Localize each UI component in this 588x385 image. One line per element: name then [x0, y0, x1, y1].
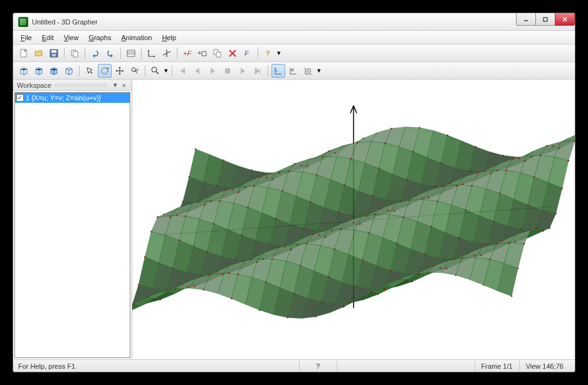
toolbar2-overflow[interactable]: ▾: [317, 66, 322, 75]
svg-point-429: [337, 211, 339, 213]
snap2-button[interactable]: [286, 64, 300, 78]
dupfn-button[interactable]: [211, 46, 224, 60]
minimize-button[interactable]: [516, 13, 536, 26]
zoom-button[interactable]: [149, 64, 162, 78]
first-button[interactable]: [176, 64, 189, 78]
svg-point-485: [200, 274, 201, 275]
last-button[interactable]: [251, 64, 265, 78]
open-button[interactable]: [32, 46, 46, 60]
addbox-button[interactable]: +: [196, 46, 209, 60]
svg-point-430: [365, 216, 367, 217]
svg-point-376: [559, 147, 560, 149]
zoomaxis-button[interactable]: [128, 64, 142, 78]
menu-file[interactable]: File: [16, 33, 37, 43]
cube1-button[interactable]: [17, 64, 31, 78]
workspace-grip[interactable]: [55, 83, 107, 87]
stop-button[interactable]: [221, 64, 234, 78]
titlebar: Untitled - 3D Grapher: [13, 13, 575, 31]
zoom-dropdown[interactable]: ▾: [164, 66, 169, 75]
pointer-button[interactable]: [83, 64, 97, 78]
axes2-button[interactable]: [160, 46, 174, 60]
svg-point-435: [505, 169, 507, 171]
save-button[interactable]: [47, 46, 61, 60]
addfn-button[interactable]: +F: [181, 46, 194, 60]
svg-rect-4: [51, 50, 56, 53]
snap1-button[interactable]: [271, 64, 285, 78]
svg-point-19: [102, 68, 108, 74]
svg-point-539: [433, 265, 434, 266]
menu-help[interactable]: Help: [157, 33, 181, 43]
workspace-item-checkbox[interactable]: ✓: [16, 94, 24, 102]
svg-rect-24: [307, 69, 310, 72]
svg-point-395: [238, 191, 239, 192]
svg-point-508: [418, 273, 419, 275]
svg-point-468: [150, 231, 152, 232]
svg-point-477: [402, 216, 404, 218]
undo-button[interactable]: [88, 46, 102, 60]
close-button[interactable]: [555, 13, 575, 26]
svg-point-484: [172, 268, 174, 269]
menu-graphs[interactable]: Graphs: [83, 33, 116, 43]
play-button[interactable]: [206, 64, 219, 78]
statusbar: For Help, press F1 ? Frame 1/1 View 146;…: [13, 359, 575, 372]
menu-view[interactable]: View: [59, 33, 84, 43]
svg-point-497: [536, 228, 537, 229]
snap3-button[interactable]: [302, 64, 315, 78]
svg-rect-5: [52, 54, 56, 56]
svg-point-433: [449, 182, 451, 184]
svg-point-488: [284, 246, 285, 248]
svg-rect-1: [543, 18, 547, 21]
toolbar1-overflow[interactable]: ▾: [276, 49, 281, 57]
graph-canvas[interactable]: [132, 80, 575, 359]
svg-point-446: [387, 209, 389, 211]
svg-point-550: [315, 316, 316, 317]
maximize-button[interactable]: [535, 13, 555, 26]
helptb-button[interactable]: ?: [261, 46, 275, 60]
svg-rect-13: [202, 51, 206, 56]
svg-point-554: [427, 272, 428, 273]
svg-point-447: [415, 195, 416, 196]
svg-point-512: [530, 229, 531, 231]
svg-point-549: [287, 317, 288, 318]
cube2-button[interactable]: [32, 64, 46, 78]
svg-point-406: [546, 145, 547, 146]
svg-point-541: [489, 258, 490, 260]
svg-point-386: [412, 151, 414, 152]
svg-point-399: [350, 158, 351, 159]
svg-point-414: [344, 184, 345, 186]
props-button[interactable]: [124, 46, 138, 60]
cube3-button[interactable]: [47, 64, 61, 78]
workspace-close-button[interactable]: ×: [120, 82, 128, 89]
svg-point-454: [185, 216, 186, 217]
svg-point-456: [241, 235, 242, 236]
menu-animation[interactable]: Animation: [116, 33, 157, 43]
prev-button[interactable]: [191, 64, 204, 78]
svg-point-471: [234, 259, 236, 260]
svg-point-455: [213, 223, 214, 224]
delfn-button[interactable]: [226, 46, 239, 60]
svg-point-432: [421, 198, 423, 199]
svg-rect-15: [216, 52, 221, 57]
copy-button[interactable]: [68, 46, 81, 60]
svg-point-470: [206, 251, 207, 252]
workspace-item[interactable]: ✓ 1 {X=u; Y=v; Z=sin(u+v)}: [15, 93, 130, 103]
pan-button[interactable]: [113, 64, 127, 78]
svg-point-479: [458, 237, 459, 238]
svg-point-397: [294, 163, 295, 164]
workspace-list[interactable]: ✓ 1 {X=u; Y=v; Z=sin(u+v)}: [14, 92, 130, 358]
editfn-button[interactable]: F: [241, 46, 255, 60]
svg-point-483: [144, 256, 145, 258]
rotate-button[interactable]: [98, 64, 112, 78]
menu-edit[interactable]: Edit: [37, 33, 59, 43]
workspace-pin-button[interactable]: ▾: [112, 82, 119, 89]
svg-point-394: [210, 201, 211, 202]
svg-point-457: [269, 243, 270, 245]
redo-button[interactable]: [103, 46, 117, 60]
svg-point-372: [447, 134, 448, 135]
svg-point-510: [474, 255, 475, 256]
next-button[interactable]: [236, 64, 249, 78]
axes1-button[interactable]: [145, 46, 159, 60]
cube4-button[interactable]: [62, 64, 76, 78]
new-button[interactable]: [17, 46, 31, 60]
svg-point-417: [428, 197, 429, 198]
